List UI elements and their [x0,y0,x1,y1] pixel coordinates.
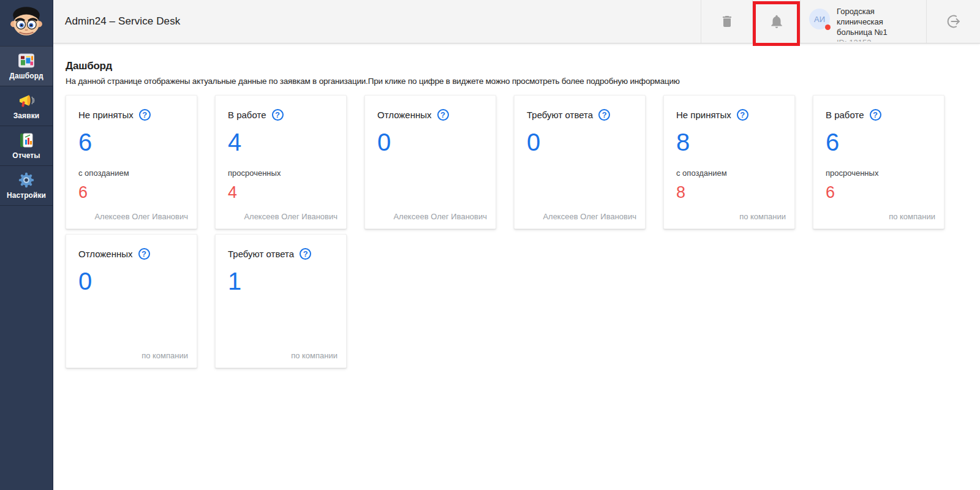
notifications-button[interactable] [752,0,800,43]
user-initials: АИ [814,15,825,24]
header-actions: АИ Городская клиническая больница №1 ID:… [701,0,980,43]
organization-name: Городская клиническая больница №1 ID: 12… [837,6,916,42]
card-title: В работе [826,110,864,120]
card-sublabel: с опозданием [676,168,785,178]
widget-card: В работе ? 4 просроченных 4 Алексеев Оле… [215,95,347,229]
sidebar-item-settings[interactable]: Настройки [0,165,53,206]
top-header: Admin24 – Service Desk АИ Городская клин… [53,0,980,43]
card-title: Отложенных [377,110,432,120]
org-id: ID: 12152 [837,37,916,42]
widget-card: Не принятых ? 6 с опозданием 6 Алексеев … [66,95,197,229]
card-title: Не принятых [78,110,134,120]
widget-card: Требуют ответа ? 0 Алексеев Олег Иванови… [514,95,646,229]
help-icon[interactable]: ? [138,248,150,260]
card-value[interactable]: 4 [228,130,241,154]
card-title: Требуют ответа [228,249,294,259]
trash-button[interactable] [701,0,752,43]
card-scope: Алексеев Олег Иванович [393,212,487,221]
card-sublabel: просроченных [228,168,336,178]
card-scope: по компании [141,351,188,360]
widget-card: Требуют ответа ? 1 по компании [215,234,347,368]
gear-icon [18,172,35,189]
org-line: клиническая [837,17,916,27]
card-subvalue[interactable]: 8 [676,184,685,201]
sidebar-item-reports[interactable]: Отчеты [0,126,53,165]
widget-card: В работе ? 6 просроченных 6 по компании [813,95,944,229]
help-icon[interactable]: ? [300,248,311,260]
card-scope: по компании [889,212,935,221]
card-value[interactable]: 6 [826,130,839,154]
sidebar: Дашборд Заявки Отчеты [0,0,53,490]
user-initials-avatar: АИ [809,9,830,29]
card-scope: Алексеев Олег Иванович [244,212,337,221]
page-description: На данной странице отображены актуальные… [66,77,980,86]
card-title: Отложенных [78,249,133,259]
card-value[interactable]: 0 [527,130,540,154]
card-subvalue[interactable]: 6 [78,184,88,201]
sidebar-item-label: Дашборд [9,72,43,80]
card-value[interactable]: 8 [676,130,690,154]
card-sublabel: просроченных [826,168,934,178]
app-title: Admin24 – Service Desk [65,15,180,28]
widgets-row-1: Не принятых ? 6 с опозданием 6 Алексеев … [66,95,980,229]
card-title: Не принятых [676,110,731,120]
help-icon[interactable]: ? [737,109,748,121]
sidebar-menu: Дашборд Заявки Отчеты [0,46,53,206]
sidebar-item-label: Отчеты [12,151,40,160]
org-line: Городская [837,6,916,17]
report-icon [18,132,35,149]
logout-icon [945,13,962,30]
sidebar-item-label: Настройки [7,191,46,200]
widgets-row-2: Отложенных ? 0 по компании Требуют ответ… [66,234,980,368]
card-value[interactable]: 0 [377,130,391,154]
bell-icon [769,13,785,29]
user-avatar-image[interactable] [9,4,43,39]
page-title: Дашборд [66,60,980,72]
help-icon[interactable]: ? [139,109,151,121]
help-icon[interactable]: ? [870,109,881,121]
card-title: Требуют ответа [527,110,593,120]
megaphone-icon [18,92,35,109]
trash-icon [720,14,734,29]
card-subvalue[interactable]: 6 [826,184,835,201]
card-scope: по компании [739,212,786,221]
sidebar-item-dashboard[interactable]: Дашборд [0,46,53,86]
help-icon[interactable]: ? [598,109,610,121]
card-scope: Алексеев Олег Иванович [94,212,188,221]
widget-card: Отложенных ? 0 Алексеев Олег Иванович [364,95,496,229]
org-line: больница №1 [837,27,916,37]
widget-card: Отложенных ? 0 по компании [66,234,197,368]
widget-card: Не принятых ? 8 с опозданием 8 по компан… [663,95,795,229]
card-value[interactable]: 6 [78,130,92,154]
sidebar-item-tickets[interactable]: Заявки [0,86,53,126]
sidebar-item-label: Заявки [13,111,40,120]
card-title: В работе [228,110,266,120]
notification-dot [825,24,831,30]
card-value[interactable]: 1 [228,269,241,293]
card-subvalue[interactable]: 4 [228,184,237,201]
current-user-area[interactable]: АИ Городская клиническая больница №1 ID:… [800,0,926,43]
card-scope: Алексеев Олег Иванович [543,212,636,221]
card-sublabel: с опозданием [78,168,187,178]
card-scope: по компании [291,351,337,360]
card-value[interactable]: 0 [78,269,92,293]
main-content: Дашборд На данной странице отображены ак… [53,43,980,490]
help-icon[interactable]: ? [437,109,449,121]
help-icon[interactable]: ? [272,109,284,121]
logout-button[interactable] [926,0,980,43]
dashboard-icon [18,52,35,69]
